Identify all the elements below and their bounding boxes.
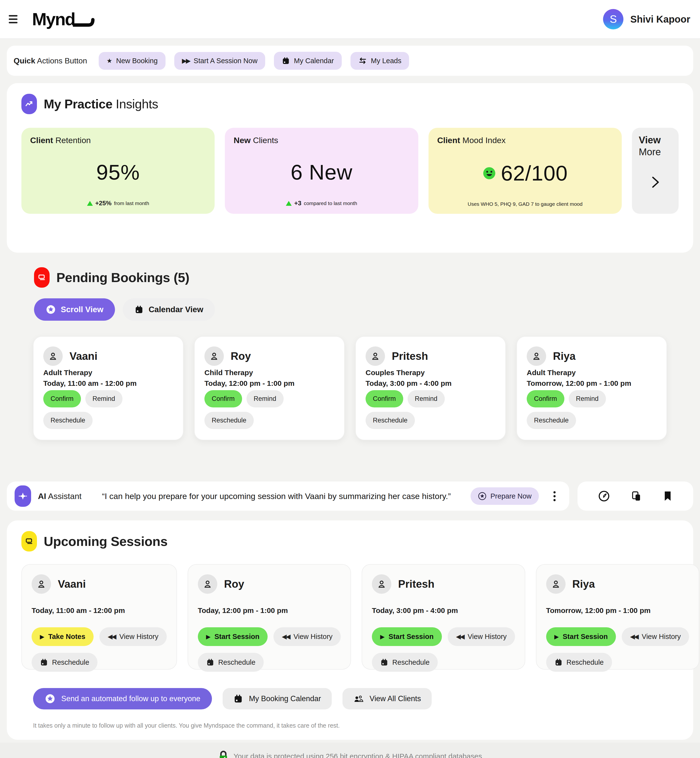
reschedule-button[interactable]: Reschedule <box>546 653 612 672</box>
page: Mynd S Shivi Kapoor Quick Actions Button… <box>0 0 700 758</box>
confirm-button[interactable]: Confirm <box>43 390 81 407</box>
my-leads-button[interactable]: My Leads <box>350 52 409 70</box>
calendar-icon <box>282 57 290 65</box>
people-icon <box>353 694 364 703</box>
view-history-button[interactable]: ◀◀View History <box>448 627 515 646</box>
app-header: Mynd S Shivi Kapoor <box>0 0 700 39</box>
bulk-actions-row: Send an automated follow up to everyone … <box>21 688 679 710</box>
reschedule-button[interactable]: Reschedule <box>527 412 576 429</box>
start-session-button[interactable]: ▶Start Session <box>198 627 268 646</box>
therapy-type: Couples Therapy <box>366 368 495 377</box>
ai-tools-bar <box>578 482 693 511</box>
up-triangle-icon <box>286 201 292 206</box>
remind-button[interactable]: Remind <box>569 390 606 407</box>
kebab-menu-icon[interactable] <box>552 489 558 503</box>
therapy-type: Child Therapy <box>205 368 334 377</box>
upcoming-card: Riya Tomorrow, 12:00 pm - 1:00 pm ▶Start… <box>536 564 699 669</box>
calendar-view-toggle[interactable]: Calendar View <box>123 298 215 321</box>
start-session-button[interactable]: ▶Start Session <box>546 627 616 646</box>
client-retention-delta: +25% from last month <box>30 200 206 207</box>
view-history-button[interactable]: ◀◀View History <box>99 627 167 646</box>
pending-view-toggles: Scroll View Calendar View <box>7 298 693 321</box>
rewind-icon: ◀◀ <box>456 633 464 640</box>
reschedule-button[interactable]: Reschedule <box>366 412 415 429</box>
client-mood-note: Uses WHO 5, PHQ 9, GAD 7 to gauge client… <box>437 201 613 207</box>
reschedule-button[interactable]: Reschedule <box>31 653 97 672</box>
client-retention-card: Client Retention 95% +25% from last mont… <box>21 128 215 214</box>
hamburger-menu-icon[interactable] <box>9 15 19 23</box>
reschedule-button[interactable]: Reschedule <box>372 653 438 672</box>
client-mood-value: 62/100 <box>437 145 613 201</box>
client-name: Riya <box>572 578 595 590</box>
scroll-view-toggle[interactable]: Scroll View <box>34 298 115 321</box>
app-logo[interactable]: Mynd <box>32 11 95 28</box>
pending-card: Vaani Adult Therapy Today, 11:00 am - 12… <box>33 336 183 440</box>
view-all-clients-button[interactable]: View All Clients <box>342 688 432 710</box>
client-mood-card: Client Mood Index 62/100 Uses WHO 5, PHQ… <box>428 128 622 214</box>
rewind-icon: ◀◀ <box>282 633 289 640</box>
start-session-button[interactable]: ▶Start Session <box>372 627 442 646</box>
insights-title: My Practice Insights <box>44 97 158 111</box>
security-footer: Your data is protected using 256 bit enc… <box>0 743 700 758</box>
client-name: Pritesh <box>392 350 428 362</box>
remind-button[interactable]: Remind <box>408 390 445 407</box>
confirm-button[interactable]: Confirm <box>366 390 403 407</box>
user-name: Shivi Kapoor <box>630 14 690 25</box>
ai-assistant-label: AI Assistant <box>38 491 82 501</box>
prepare-now-button[interactable]: Prepare Now <box>470 487 539 505</box>
circled-star-icon <box>478 492 487 501</box>
bookmark-icon[interactable] <box>663 491 672 501</box>
confirm-button[interactable]: Confirm <box>205 390 242 407</box>
circled-star-icon <box>45 693 55 704</box>
security-note: Your data is protected using 256 bit enc… <box>234 752 482 758</box>
therapy-type: Adult Therapy <box>527 368 657 377</box>
new-clients-value: 6 New <box>234 145 409 200</box>
user-avatar[interactable]: S <box>603 9 623 30</box>
reschedule-button[interactable]: Reschedule <box>43 412 92 429</box>
confirm-button[interactable]: Confirm <box>527 390 564 407</box>
upcoming-card: Vaani Today, 11:00 am - 12:00 pm ▶Take N… <box>21 564 177 669</box>
new-booking-button[interactable]: ★ New Booking <box>99 52 165 70</box>
remind-button[interactable]: Remind <box>247 390 284 407</box>
view-history-button[interactable]: ◀◀View History <box>273 627 341 646</box>
reschedule-button[interactable]: Reschedule <box>205 412 254 429</box>
person-icon <box>198 574 217 594</box>
send-follow-up-button[interactable]: Send an automated follow up to everyone <box>33 688 212 710</box>
person-icon <box>366 346 385 366</box>
client-retention-value: 95% <box>30 145 206 200</box>
trending-up-icon <box>21 94 37 114</box>
take-notes-button[interactable]: ▶Take Notes <box>31 627 94 646</box>
my-booking-calendar-button[interactable]: My Booking Calendar <box>223 688 331 710</box>
practice-insights-section: My Practice Insights Client Retention 95… <box>7 83 693 253</box>
copy-icon[interactable] <box>630 490 642 502</box>
my-calendar-button[interactable]: My Calendar <box>274 52 342 70</box>
circled-star-icon <box>46 304 56 315</box>
play-icon: ▶ <box>206 634 211 640</box>
client-name: Pritesh <box>398 578 434 590</box>
person-icon <box>527 346 546 366</box>
session-time: Today, 12:00 pm - 1:00 pm <box>198 607 341 615</box>
client-name: Roy <box>231 350 251 362</box>
view-history-button[interactable]: ◀◀View History <box>622 627 689 646</box>
client-name: Roy <box>224 578 244 590</box>
start-session-now-button[interactable]: ▶▶ Start A Session Now <box>174 52 266 70</box>
follow-up-footnote: It takes only a minute to follow up with… <box>21 722 679 729</box>
quick-actions-label: Quick Actions Button <box>14 56 87 66</box>
rewind-icon: ◀◀ <box>630 633 638 640</box>
smiley-icon <box>483 167 496 180</box>
session-time: Today, 11:00 am - 12:00 pm <box>31 607 167 615</box>
star-icon: ★ <box>106 58 112 64</box>
remind-button[interactable]: Remind <box>85 390 122 407</box>
client-name: Riya <box>553 350 575 362</box>
calendar-icon <box>555 658 562 666</box>
reschedule-button[interactable]: Reschedule <box>198 653 264 672</box>
upcoming-sessions-title: Upcoming Sessions <box>44 534 167 549</box>
sessions-icon <box>21 531 37 552</box>
view-more-card[interactable]: View More <box>632 128 679 214</box>
ai-message: “I can help you prepare for your upcomin… <box>102 491 470 501</box>
session-time: Today, 12:00 pm - 1:00 pm <box>205 379 334 387</box>
calendar-icon <box>206 658 214 666</box>
session-time: Today, 11:00 am - 12:00 pm <box>43 379 173 387</box>
pending-cards-row: Vaani Adult Therapy Today, 11:00 am - 12… <box>7 336 693 440</box>
compass-icon[interactable] <box>598 490 610 502</box>
